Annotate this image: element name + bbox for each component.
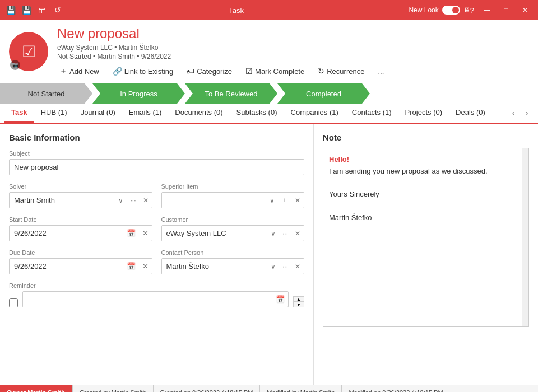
start-date-input[interactable] [10,226,123,241]
tab-journal[interactable]: Journal (0) [74,104,122,123]
start-date-field-group: Start Date 📅 ✕ [9,216,152,241]
progress-to-be-reviewed[interactable]: To Be Reviewed [185,83,277,104]
due-date-label: Due Date [9,249,152,256]
tabs: Task HUB (1) Journal (0) Emails (1) Docu… [0,104,538,124]
progress-in-progress[interactable]: In Progress [92,83,185,104]
left-panel: Basic Information Subject Solver ∨ ··· ✕ [0,124,314,385]
spinner-down-button[interactable]: ▼ [293,302,304,307]
contact-field-group: Contact Person ∨ ··· ✕ [161,249,305,274]
add-new-button[interactable]: ＋ Add New [57,65,101,77]
due-date-calendar-icon[interactable]: 📅 [123,262,139,270]
note-area[interactable]: Hello! I am sending you new proposal as … [323,148,529,327]
customer-col: Customer ∨ ··· ✕ [161,216,305,249]
reminder-calendar-icon[interactable]: 📅 [272,295,288,304]
tab-emails[interactable]: Emails (1) [122,104,169,123]
solver-col: Solver ∨ ··· ✕ [9,183,152,216]
reminder-spinner: ▲ ▼ [293,296,304,307]
link-to-existing-button[interactable]: 🔗 Link to Existing [110,66,175,77]
contact-input[interactable] [162,259,267,274]
more-button[interactable]: ... [375,66,386,77]
solver-more-icon[interactable]: ··· [127,197,139,204]
solver-field-group: Solver ∨ ··· ✕ [9,183,152,208]
solver-dropdown-icon[interactable]: ∨ [115,197,127,204]
reminder-field-group: Reminder 📅 ▲ ▼ [9,282,304,307]
created-by-status: Created by Martin Smith [73,385,154,392]
categorize-button[interactable]: 🏷 Categorize [184,66,234,77]
mark-complete-button[interactable]: ☑ Mark Complete [243,66,307,77]
camera-icon[interactable]: 📷 [10,60,20,70]
contact-dropdown-icon[interactable]: ∨ [267,263,279,270]
due-date-clear-icon[interactable]: ✕ [139,262,152,270]
start-date-clear-icon[interactable]: ✕ [139,229,152,237]
save-icon1[interactable]: 💾 [4,4,17,16]
tab-companies[interactable]: Companies (1) [284,104,345,123]
note-hello: Hello! [329,155,349,164]
superior-field: ∨ ＋ ✕ [161,192,305,208]
superior-add-icon[interactable]: ＋ [278,195,291,205]
superior-clear-icon[interactable]: ✕ [291,197,304,204]
subject-input[interactable] [9,159,304,175]
customer-dropdown-icon[interactable]: ∨ [267,230,279,237]
reminder-label: Reminder [9,282,304,289]
superior-dropdown-icon[interactable]: ∨ [266,197,278,204]
tab-prev-button[interactable]: ‹ [507,106,520,120]
customer-clear-icon[interactable]: ✕ [291,230,304,237]
customer-input[interactable] [162,226,267,241]
customer-field-group: Customer ∨ ··· ✕ [161,216,305,241]
note-line1: I am sending you new proposal as we disc… [329,166,515,178]
start-date-calendar-icon[interactable]: 📅 [123,229,139,237]
recurrence-button[interactable]: ↻ Recurrence [316,66,367,77]
created-on-status: Created on 9/26/2022 4:18:15 PM [154,385,261,392]
due-date-input[interactable] [10,259,123,274]
check-icon: ☑ [245,67,253,76]
titlebar-right: ? — □ ✕ [470,4,534,16]
tab-documents[interactable]: Documents (0) [168,104,229,123]
solver-input[interactable] [10,193,115,208]
note-line3: Martin Štefko [329,212,515,224]
solver-label: Solver [9,183,152,190]
tab-deals[interactable]: Deals (0) [449,104,492,123]
contact-more-icon[interactable]: ··· [279,263,291,270]
progress-not-started[interactable]: Not Started [0,83,92,104]
minimize-button[interactable]: — [479,4,495,16]
tab-next-button[interactable]: › [520,106,534,120]
note-line2: Yours Sincerely [329,189,515,200]
right-panel: Note Hello! I am sending you new proposa… [314,124,538,385]
start-date-col: Start Date 📅 ✕ [9,216,152,249]
tab-task[interactable]: Task [4,104,34,123]
solver-superior-row: Solver ∨ ··· ✕ Superior Item ∨ ＋ [9,183,304,216]
superior-col: Superior Item ∨ ＋ ✕ [161,183,305,216]
save-icon2[interactable]: 💾 [20,4,33,16]
subject-field-group: Subject [9,150,304,175]
contact-col: Contact Person ∨ ··· ✕ [161,249,305,282]
close-button[interactable]: ✕ [517,4,534,16]
reminder-checkbox[interactable] [9,298,18,307]
superior-input[interactable] [162,193,267,208]
basic-info-heading: Basic Information [9,133,304,142]
titlebar: 💾 💾 🗑 ↺ Task New Look 🖥 ? — □ ✕ [0,0,538,20]
subject-label: Subject [9,150,304,157]
new-look-toggle[interactable] [442,6,460,15]
help-icon[interactable]: ? [470,6,474,15]
tab-contacts[interactable]: Contacts (1) [345,104,398,123]
customer-more-icon[interactable]: ··· [279,230,291,237]
toggle-knob [452,7,459,13]
record-title: New proposal [57,26,529,41]
delete-icon[interactable]: 🗑 [36,4,48,16]
spinner-up-button[interactable]: ▲ [293,296,304,302]
start-date-field: 📅 ✕ [9,225,152,241]
tab-projects[interactable]: Projects (0) [398,104,449,123]
titlebar-controls: 💾 💾 🗑 ↺ [4,4,64,16]
solver-field: ∨ ··· ✕ [9,192,152,208]
tab-subtasks[interactable]: Subtasks (0) [230,104,284,123]
reminder-date-input[interactable] [23,292,272,307]
progress-completed[interactable]: Completed [277,83,370,104]
contact-clear-icon[interactable]: ✕ [291,263,304,270]
link-icon: 🔗 [113,67,122,76]
refresh-icon[interactable]: ↺ [52,4,64,16]
solver-clear-icon[interactable]: ✕ [140,197,152,204]
tab-hub[interactable]: HUB (1) [34,104,74,123]
reminder-date-field: 📅 [22,291,289,307]
maximize-button[interactable]: □ [498,4,514,16]
note-scrollbar[interactable] [522,148,528,326]
